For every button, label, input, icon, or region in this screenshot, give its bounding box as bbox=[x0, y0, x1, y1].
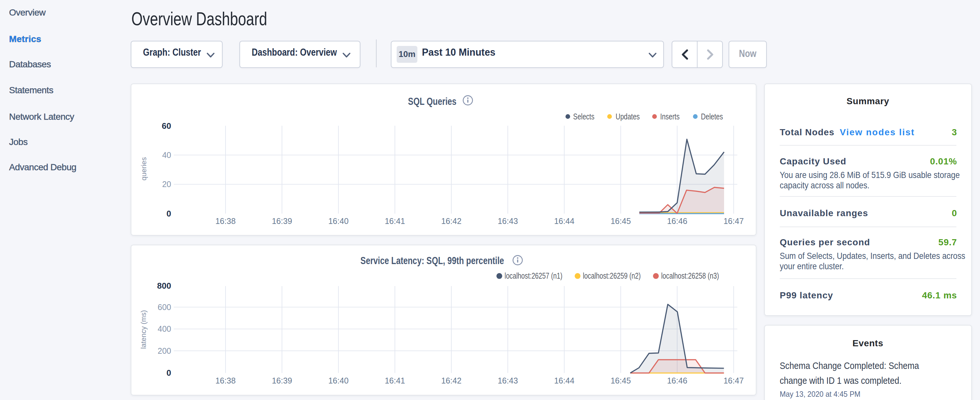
svg-text:60: 60 bbox=[161, 121, 171, 131]
svg-text:16:38: 16:38 bbox=[215, 217, 235, 226]
svg-text:Inserts: Inserts bbox=[660, 112, 679, 121]
svg-text:16:43: 16:43 bbox=[497, 376, 518, 385]
svg-text:16:43: 16:43 bbox=[497, 217, 518, 226]
svg-text:16:38: 16:38 bbox=[215, 376, 235, 385]
svg-text:Updates: Updates bbox=[616, 112, 639, 121]
svg-text:16:47: 16:47 bbox=[723, 217, 743, 226]
svg-text:16:40: 16:40 bbox=[328, 376, 348, 385]
svg-text:16:45: 16:45 bbox=[610, 376, 631, 385]
svg-text:16:46: 16:46 bbox=[667, 217, 687, 226]
svg-text:800: 800 bbox=[157, 281, 171, 291]
svg-text:16:44: 16:44 bbox=[554, 376, 574, 385]
svg-text:Deletes: Deletes bbox=[701, 112, 723, 121]
svg-text:16:39: 16:39 bbox=[272, 376, 292, 385]
svg-text:16:39: 16:39 bbox=[272, 217, 292, 226]
svg-text:localhost:26259 (n2): localhost:26259 (n2) bbox=[582, 271, 640, 280]
svg-text:localhost:26257 (n1): localhost:26257 (n1) bbox=[504, 271, 562, 280]
svg-text:16:40: 16:40 bbox=[328, 217, 348, 226]
svg-text:queries: queries bbox=[140, 157, 148, 180]
svg-text:16:44: 16:44 bbox=[554, 217, 574, 226]
svg-text:600: 600 bbox=[157, 303, 171, 312]
svg-text:40: 40 bbox=[162, 150, 171, 159]
svg-text:16:42: 16:42 bbox=[441, 376, 461, 385]
svg-text:16:47: 16:47 bbox=[723, 376, 743, 385]
svg-text:Selects: Selects bbox=[573, 112, 594, 121]
svg-text:16:41: 16:41 bbox=[384, 376, 405, 385]
svg-text:400: 400 bbox=[157, 324, 171, 333]
svg-text:16:46: 16:46 bbox=[667, 376, 687, 385]
svg-text:16:41: 16:41 bbox=[384, 217, 405, 226]
svg-text:latency (ms): latency (ms) bbox=[139, 310, 147, 349]
svg-text:0: 0 bbox=[166, 209, 171, 218]
svg-text:localhost:26258 (n3): localhost:26258 (n3) bbox=[661, 271, 719, 280]
svg-text:200: 200 bbox=[157, 346, 171, 355]
svg-text:16:42: 16:42 bbox=[441, 217, 461, 226]
svg-text:16:45: 16:45 bbox=[610, 217, 631, 226]
svg-text:0: 0 bbox=[166, 368, 171, 378]
svg-text:20: 20 bbox=[162, 180, 171, 189]
